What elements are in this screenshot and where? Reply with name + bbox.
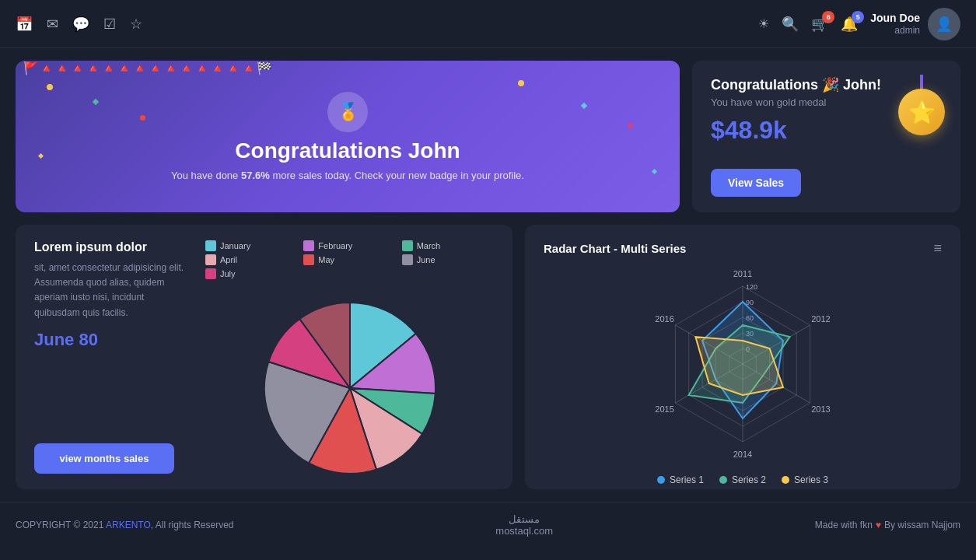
view-sales-button[interactable]: View Sales xyxy=(711,169,801,197)
radar-header: Radar Chart - Multi Series ≡ xyxy=(544,240,942,257)
radar-legend-dot xyxy=(782,476,789,484)
legend-label: May xyxy=(318,255,334,264)
cart-badge-container: 🛒 6 xyxy=(811,16,828,33)
user-name-block: Joun Doe admin xyxy=(870,11,920,37)
legend-color xyxy=(303,240,314,251)
svg-text:2016: 2016 xyxy=(655,314,673,324)
search-icon[interactable]: 🔍 xyxy=(782,16,799,33)
legend-color xyxy=(402,254,413,265)
legend-color xyxy=(303,254,314,265)
svg-text:2012: 2012 xyxy=(811,314,830,324)
radar-legend-dot xyxy=(719,476,727,484)
radar-card: Radar Chart - Multi Series ≡ 20112012201… xyxy=(525,225,960,489)
pie-chart xyxy=(249,287,451,489)
svg-text:2013: 2013 xyxy=(811,404,830,414)
view-months-button[interactable]: view months sales xyxy=(34,443,174,474)
medal-circle: ⭐ xyxy=(898,89,945,135)
radar-legend-dot xyxy=(657,476,665,484)
bottom-row: Lorem ipsum dolor sit, amet consectetur … xyxy=(16,225,960,489)
legend-color xyxy=(205,240,216,251)
pie-month: June 80 xyxy=(34,330,190,350)
sun-icon[interactable]: ☀ xyxy=(758,16,769,31)
legend-item: April xyxy=(205,254,297,265)
radar-legend-label: Series 3 xyxy=(794,474,828,485)
footer-copyright: COPYRIGHT © 2021 ARKENTO, All rights Res… xyxy=(16,520,234,530)
star-icon[interactable]: ☆ xyxy=(130,16,142,33)
pie-right: JanuaryFebruaryMarchAprilMayJuneJuly xyxy=(205,240,494,474)
pie-card: Lorem ipsum dolor sit, amet consectetur … xyxy=(16,225,512,489)
radar-legend: Series 1Series 2Series 3 xyxy=(657,474,828,485)
banner-sub-bold: 57.6% xyxy=(241,170,270,181)
svg-text:2011: 2011 xyxy=(733,269,752,278)
topnav-right: ☀ 🔍 🛒 6 🔔 5 Joun Doe admin 👤 xyxy=(758,8,960,40)
legend-label: July xyxy=(220,269,236,278)
top-row: 🚩 🔺 🔺 🔺 🔺 🔺 🔺 🔺 🔺 🔺 🔺 🔺 🔺 🔺 🔺 🏁 xyxy=(16,61,960,212)
user-info: Joun Doe admin 👤 xyxy=(870,8,960,40)
legend-item: June xyxy=(402,254,494,265)
congrats-banner: 🚩 🔺 🔺 🔺 🔺 🔺 🔺 🔺 🔺 🔺 🔺 🔺 🔺 🔺 🔺 🏁 xyxy=(16,61,680,212)
footer: COPYRIGHT © 2021 ARKENTO, All rights Res… xyxy=(0,502,976,548)
avatar: 👤 xyxy=(928,8,960,40)
banner-sub-post: more sales today. Check your new badge i… xyxy=(270,170,524,181)
legend-label: February xyxy=(318,241,352,250)
footer-watermark: مستقلmostaql.com xyxy=(495,513,553,537)
banner-sub-pre: You have done xyxy=(171,170,241,181)
legend-label: June xyxy=(417,255,436,264)
svg-text:2014: 2014 xyxy=(733,450,752,459)
banner-subtitle: You have done 57.6% more sales today. Ch… xyxy=(171,170,524,181)
footer-brand-link[interactable]: ARKENTO xyxy=(106,520,151,530)
user-name-text: Joun Doe xyxy=(870,11,920,25)
legend-label: April xyxy=(220,255,237,264)
calendar-icon[interactable]: 📅 xyxy=(16,16,33,33)
cart-badge: 6 xyxy=(822,11,834,23)
footer-made-with: Made with fkn xyxy=(815,520,873,530)
user-role: admin xyxy=(870,25,920,37)
legend-item: January xyxy=(205,240,297,251)
footer-author: By wissam Najjom xyxy=(884,520,960,530)
svg-text:2015: 2015 xyxy=(655,404,673,414)
legend-color xyxy=(205,268,216,279)
legend-color xyxy=(402,240,413,251)
bell-badge-container: 🔔 5 xyxy=(841,16,858,33)
footer-right: Made with fkn ♥ By wissam Najjom xyxy=(815,520,960,530)
gold-card: ⭐ Congratulations 🎉 John! You have won g… xyxy=(692,61,960,212)
radar-menu-icon[interactable]: ≡ xyxy=(933,240,942,257)
pie-legend: JanuaryFebruaryMarchAprilMayJuneJuly xyxy=(205,240,494,279)
legend-item: July xyxy=(205,268,297,279)
legend-item: March xyxy=(402,240,494,251)
radar-legend-item: Series 2 xyxy=(719,474,766,485)
heart-icon: ♥ xyxy=(876,520,881,530)
legend-item: February xyxy=(303,240,395,251)
legend-color xyxy=(205,254,216,265)
pie-card-desc: sit, amet consectetur adipisicing elit. … xyxy=(34,261,190,320)
legend-label: March xyxy=(417,241,441,250)
legend-item: May xyxy=(303,254,395,265)
topnav-left: 📅 ✉ 💬 ☑ ☆ xyxy=(16,16,142,33)
mail-icon[interactable]: ✉ xyxy=(47,16,58,33)
radar-legend-item: Series 1 xyxy=(657,474,704,485)
medal-container: ⭐ xyxy=(898,75,945,135)
bell-badge: 5 xyxy=(852,11,864,23)
check-icon[interactable]: ☑ xyxy=(103,16,116,33)
radar-legend-item: Series 3 xyxy=(782,474,828,485)
radar-legend-label: Series 1 xyxy=(670,474,704,485)
chat-icon[interactable]: 💬 xyxy=(72,16,89,33)
footer-copyright-end: , All rights Reserved xyxy=(151,520,234,530)
main-content: 🚩 🔺 🔺 🔺 🔺 🔺 🔺 🔺 🔺 🔺 🔺 🔺 🔺 🔺 🔺 🏁 xyxy=(0,48,976,502)
radar-content: 2011201220132014201520160306090120 Serie… xyxy=(544,264,942,485)
legend-label: January xyxy=(220,241,250,250)
radar-legend-label: Series 2 xyxy=(732,474,766,485)
pie-card-title: Lorem ipsum dolor xyxy=(34,240,190,254)
banner-badge-icon: 🏅 xyxy=(327,92,368,132)
banner-title: Congratulations John xyxy=(235,138,460,163)
svg-text:120: 120 xyxy=(746,283,757,291)
topnav: 📅 ✉ 💬 ☑ ☆ ☀ 🔍 🛒 6 🔔 5 Joun Doe admin 👤 xyxy=(0,0,976,48)
radar-title: Radar Chart - Multi Series xyxy=(544,242,686,255)
radar-chart: 2011201220132014201520160306090120 xyxy=(579,264,906,467)
footer-copyright-text: COPYRIGHT © 2021 xyxy=(16,520,106,530)
banner-decorations: 🚩 🔺 🔺 🔺 🔺 🔺 🔺 🔺 🔺 🔺 🔺 🔺 🔺 🔺 🔺 🏁 xyxy=(16,61,680,212)
pie-container xyxy=(205,287,494,489)
pie-left: Lorem ipsum dolor sit, amet consectetur … xyxy=(34,240,190,474)
